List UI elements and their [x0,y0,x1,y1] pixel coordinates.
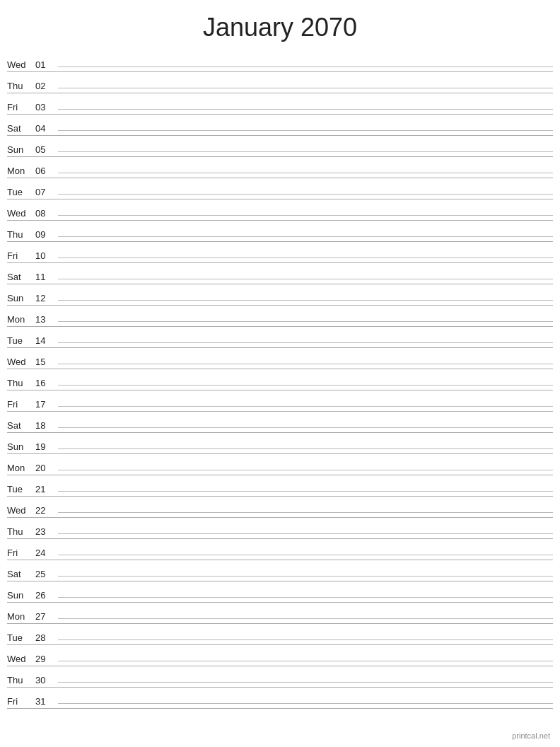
day-number: 03 [35,102,55,112]
day-number: 07 [35,187,55,197]
day-row: Mon13 [7,306,553,327]
day-name: Thu [7,81,35,91]
day-name: Sun [7,441,35,452]
day-row: Mon06 [7,157,553,178]
day-line [58,661,553,661]
day-number: 28 [35,632,55,643]
day-row: Tue28 [7,624,553,645]
day-name: Wed [7,357,35,367]
day-row: Tue07 [7,178,553,199]
day-number: 31 [35,696,55,707]
day-number: 29 [35,654,55,664]
day-name: Sun [7,293,35,303]
day-row: Fri10 [7,242,553,263]
day-name: Thu [7,675,35,685]
calendar-list: Wed01Thu02Fri03Sat04Sun05Mon06Tue07Wed08… [0,51,560,709]
day-number: 21 [35,484,55,494]
day-row: Sun12 [7,284,553,306]
day-name: Tue [7,335,35,346]
day-line [58,257,553,258]
day-line [58,109,553,110]
day-row: Wed22 [7,497,553,518]
day-line [58,618,553,619]
footer-text: printcal.net [512,731,550,740]
day-line [58,512,553,513]
day-row: Sat11 [7,263,553,284]
day-row: Fri17 [7,390,553,412]
day-line [58,88,553,88]
day-name: Mon [7,166,35,176]
day-row: Thu23 [7,518,553,539]
day-name: Sat [7,123,35,134]
day-number: 15 [35,357,55,367]
day-number: 25 [35,569,55,579]
day-name: Sun [7,144,35,155]
day-name: Fri [7,250,35,261]
day-name: Mon [7,611,35,622]
day-line [58,639,553,640]
day-name: Fri [7,102,35,112]
day-line [58,321,553,322]
day-name: Fri [7,399,35,410]
day-line [58,151,553,152]
day-line [58,364,553,364]
day-number: 04 [35,123,55,134]
day-row: Sun26 [7,581,553,603]
day-number: 12 [35,293,55,303]
day-name: Sun [7,590,35,601]
day-number: 08 [35,208,55,219]
day-row: Mon20 [7,454,553,475]
day-number: 10 [35,250,55,261]
day-row: Sun05 [7,136,553,157]
day-row: Wed15 [7,348,553,369]
day-name: Fri [7,696,35,707]
day-name: Mon [7,314,35,325]
day-line [58,300,553,301]
day-line [58,470,553,470]
day-number: 09 [35,229,55,240]
day-number: 26 [35,590,55,601]
day-number: 14 [35,335,55,346]
day-number: 18 [35,420,55,431]
day-line [58,279,553,279]
day-line [58,491,553,492]
day-name: Sat [7,569,35,579]
day-number: 01 [35,59,55,70]
day-name: Thu [7,378,35,388]
day-line [58,342,553,343]
day-row: Thu02 [7,72,553,93]
day-row: Thu30 [7,666,553,688]
day-row: Tue21 [7,475,553,497]
day-number: 30 [35,675,55,685]
day-row: Sun19 [7,433,553,454]
day-name: Fri [7,548,35,558]
day-row: Thu09 [7,221,553,242]
day-name: Wed [7,505,35,516]
day-line [58,597,553,598]
day-number: 23 [35,526,55,537]
day-line [58,703,553,704]
day-number: 19 [35,441,55,452]
day-line [58,130,553,131]
day-line [58,448,553,449]
day-number: 02 [35,81,55,91]
day-row: Sat25 [7,560,553,581]
day-number: 27 [35,611,55,622]
day-number: 16 [35,378,55,388]
day-name: Tue [7,484,35,494]
day-number: 20 [35,463,55,473]
day-number: 24 [35,548,55,558]
day-name: Wed [7,59,35,70]
day-number: 17 [35,399,55,410]
day-name: Sat [7,272,35,282]
day-line [58,194,553,195]
day-line [58,173,553,173]
day-row: Fri24 [7,539,553,560]
day-row: Fri03 [7,93,553,115]
day-number: 05 [35,144,55,155]
day-line [58,215,553,216]
day-line [58,406,553,407]
day-line [58,427,553,428]
day-line [58,236,553,237]
day-row: Wed08 [7,199,553,221]
